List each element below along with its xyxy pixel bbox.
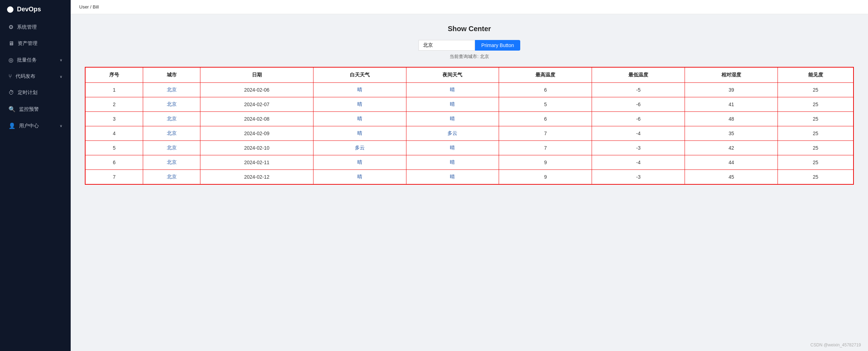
table-cell: 45 <box>685 170 778 185</box>
table-cell: 多云 <box>313 141 406 155</box>
table-cell: 晴 <box>313 83 406 97</box>
sidebar-item-label: 资产管理 <box>18 40 37 47</box>
table-cell: 2024-02-11 <box>200 155 313 170</box>
table-row: 4北京2024-02-09晴多云7-43525 <box>85 126 854 141</box>
table-cell: 北京 <box>143 126 200 141</box>
table-cell: 晴 <box>313 126 406 141</box>
user-icon: 👤 <box>8 122 16 129</box>
table-cell: 7 <box>85 170 143 185</box>
table-cell: -5 <box>592 83 685 97</box>
sidebar-item-monitor[interactable]: 🔍 监控预警 <box>0 101 71 117</box>
table-cell: 2024-02-07 <box>200 97 313 112</box>
table-cell: 2024-02-12 <box>200 170 313 185</box>
breadcrumb: User / Bill <box>71 0 868 14</box>
table-cell: 6 <box>499 83 592 97</box>
table-row: 5北京2024-02-10多云晴7-34225 <box>85 141 854 155</box>
breadcrumb-path: User <box>79 4 89 10</box>
search-bar: Primary Button <box>85 40 854 51</box>
content-area: Show Center Primary Button 当前查询城市: 北京 序号… <box>71 14 868 351</box>
table-row: 7北京2024-02-12晴晴9-34525 <box>85 170 854 185</box>
clock-icon: ⏱ <box>8 90 14 96</box>
table-cell: -3 <box>592 170 685 185</box>
page-title: Show Center <box>85 25 854 33</box>
col-header-id: 序号 <box>85 67 143 83</box>
col-header-night: 夜间天气 <box>406 67 499 83</box>
table-cell: -6 <box>592 112 685 126</box>
table-cell: 晴 <box>406 112 499 126</box>
table-cell: 晴 <box>406 141 499 155</box>
table-cell: 北京 <box>143 155 200 170</box>
monitor-icon: 🖥 <box>8 40 14 47</box>
table-cell: 北京 <box>143 170 200 185</box>
sidebar-item-schedule[interactable]: ⏱ 定时计划 <box>0 85 71 101</box>
table-cell: 5 <box>85 141 143 155</box>
table-cell: 2024-02-09 <box>200 126 313 141</box>
sidebar-item-deploy[interactable]: ⑂ 代码发布 ∨ <box>0 68 71 85</box>
table-cell: -6 <box>592 97 685 112</box>
current-city-label: 当前查询城市: 北京 <box>85 53 854 60</box>
table-cell: 25 <box>778 112 854 126</box>
table-cell: -4 <box>592 155 685 170</box>
primary-button[interactable]: Primary Button <box>475 40 521 51</box>
table-cell: 25 <box>778 170 854 185</box>
table-cell: 39 <box>685 83 778 97</box>
main-content: User / Bill Show Center Primary Button 当… <box>71 0 868 351</box>
table-cell: 晴 <box>313 170 406 185</box>
chevron-down-icon: ∨ <box>60 75 62 79</box>
table-cell: 晴 <box>313 112 406 126</box>
table-cell: 2024-02-08 <box>200 112 313 126</box>
col-header-humidity: 相对湿度 <box>685 67 778 83</box>
sidebar-item-assets[interactable]: 🖥 资产管理 <box>0 35 71 52</box>
table-header-row: 序号 城市 日期 白天天气 夜间天气 最高温度 最低温度 相对湿度 能见度 <box>85 67 854 83</box>
table-cell: 2024-02-10 <box>200 141 313 155</box>
table-row: 1北京2024-02-06晴晴6-53925 <box>85 83 854 97</box>
sidebar-logo: DevOps <box>0 0 71 19</box>
table-cell: 35 <box>685 126 778 141</box>
table-cell: 48 <box>685 112 778 126</box>
table-cell: 北京 <box>143 141 200 155</box>
table-cell: 7 <box>499 126 592 141</box>
table-row: 3北京2024-02-08晴晴6-64825 <box>85 112 854 126</box>
table-cell: 2 <box>85 97 143 112</box>
table-cell: 2024-02-06 <box>200 83 313 97</box>
table-cell: 晴 <box>406 170 499 185</box>
logo-text: DevOps <box>17 6 41 13</box>
table-cell: 北京 <box>143 112 200 126</box>
table-cell: -3 <box>592 141 685 155</box>
table-cell: 25 <box>778 155 854 170</box>
table-cell: 9 <box>499 155 592 170</box>
sidebar-item-user[interactable]: 👤 用户中心 ∨ <box>0 117 71 134</box>
table-row: 6北京2024-02-11晴晴9-44425 <box>85 155 854 170</box>
table-cell: 25 <box>778 126 854 141</box>
sidebar-item-label: 批量任务 <box>17 57 37 63</box>
footer-note: CSDN @weixin_45782719 <box>810 343 861 347</box>
table-cell: 晴 <box>406 83 499 97</box>
alert-icon: 🔍 <box>8 106 16 113</box>
table-cell: 北京 <box>143 83 200 97</box>
table-cell: -4 <box>592 126 685 141</box>
col-header-max-temp: 最高温度 <box>499 67 592 83</box>
sidebar-item-batch[interactable]: ◎ 批量任务 ∨ <box>0 52 71 68</box>
sidebar-item-label: 用户中心 <box>19 123 39 129</box>
gear-icon: ⚙ <box>8 24 13 30</box>
table-cell: 44 <box>685 155 778 170</box>
table-cell: 北京 <box>143 97 200 112</box>
sidebar-item-system[interactable]: ⚙ 系统管理 <box>0 19 71 35</box>
col-header-min-temp: 最低温度 <box>592 67 685 83</box>
table-cell: 5 <box>499 97 592 112</box>
weather-table: 序号 城市 日期 白天天气 夜间天气 最高温度 最低温度 相对湿度 能见度 1北… <box>85 67 854 185</box>
table-cell: 25 <box>778 97 854 112</box>
sidebar-item-label: 系统管理 <box>17 24 37 30</box>
table-row: 2北京2024-02-07晴晴5-64125 <box>85 97 854 112</box>
search-input[interactable] <box>418 40 475 51</box>
sidebar-item-label: 监控预警 <box>19 106 39 113</box>
code-icon: ⑂ <box>8 73 12 80</box>
table-cell: 25 <box>778 141 854 155</box>
table-cell: 4 <box>85 126 143 141</box>
table-cell: 6 <box>499 112 592 126</box>
table-cell: 多云 <box>406 126 499 141</box>
logo-icon <box>7 6 13 13</box>
table-cell: 6 <box>85 155 143 170</box>
table-cell: 7 <box>499 141 592 155</box>
table-cell: 晴 <box>313 97 406 112</box>
